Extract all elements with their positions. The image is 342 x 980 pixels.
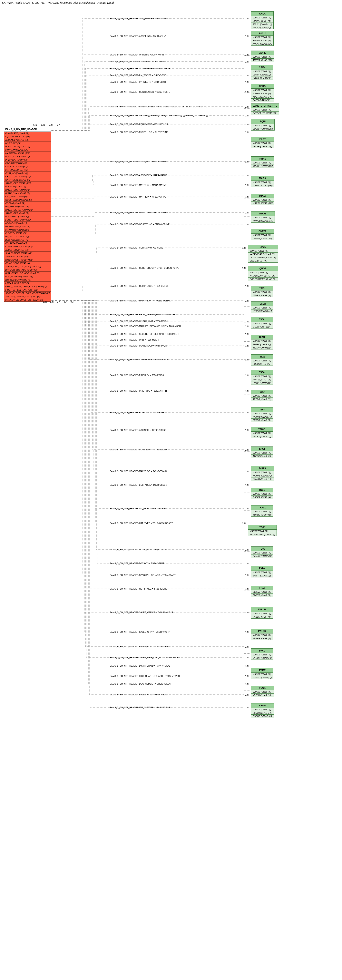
ref-entity-name: EQUI (251, 119, 275, 124)
relation-label: EAMS_S_BO_NTF_HEADER-CUST_NO = KNA1-KUNN… (110, 160, 166, 163)
relation-label: EAMS_S_BO_NTF_HEADER-NOTIFTMEZ = TTZZ-TZ… (110, 588, 167, 590)
ref-entity-field: MANDT [CLNT (3)] (251, 198, 274, 202)
ref-entity-table: MPLAMANDT [CLNT (3)]WARPL [CHAR (12)] (251, 194, 274, 205)
relation-label: EAMS_S_BO_NTF_HEADER-COSTCENTER = CSKS-K… (110, 91, 170, 93)
ref-entity-name: T006 (251, 317, 273, 322)
cardinality-label: 0..N (245, 175, 248, 177)
ref-entity-field: ABCKZ [CHAR (1)] (251, 435, 273, 438)
cardinality-label: 0..N (245, 563, 248, 565)
ref-entity-table: CRIDMANDT [CLNT (3)]OBJTY [CHAR (2)]OBJI… (251, 65, 273, 80)
ref-entity-field: MANDT [CLNT (3)] (251, 571, 273, 574)
ref-entity-field: GSBER [CHAR (4)] (251, 496, 273, 499)
ref-entity-name: TVTW (251, 668, 274, 673)
cardinality-label: 0..N (245, 588, 248, 590)
ref-entity-field: IWERK [CHAR (4)] (251, 455, 273, 458)
ref-entity-field: VBELN [CHAR (10)] (251, 711, 274, 714)
ref-entity-table: MPOSMANDT [CLNT (3)]WAPOS [CHAR (16)] (251, 211, 275, 223)
ref-entity-table: T370CMANDT [CLNT (3)]ABCKZ [CHAR (1)] (251, 427, 273, 438)
ref-entity-table: T024IMANDT [CLNT (3)]IWERK [CHAR (4)]ING… (251, 335, 273, 350)
ref-entity-table: VBUKMANDT [CLNT (3)]VBELN [CHAR (10)] (251, 686, 274, 697)
ref-entity-field: MANDT [CLNT (3)] (248, 249, 278, 253)
cardinality-label: 0..N (245, 18, 248, 20)
ref-entity-table: TSPAMANDT [CLNT (3)]SPART [CHAR (2)] (251, 566, 273, 578)
ref-entity-field: CODE [CHAR (4)] (248, 259, 278, 262)
ref-entity-field: CODEGRUPPE [CHAR (8)] (248, 256, 278, 259)
cardinality-label: 0..N (245, 285, 248, 287)
cardinality-label: 0..N (245, 683, 248, 685)
relation-label: EAMS_S_BO_NTF_HEADER-MATERIAL = MARA-MAT… (110, 184, 167, 186)
entity-field: FIRST_OFFSET_TYPE_CODE [CHAR (2)] (4, 285, 51, 288)
cardinality-label: 0..N (245, 374, 248, 377)
ref-entity-field: MANDT [CLNT (3)] (251, 673, 274, 676)
entity-field: SUB_NUMBER [CHAR (4)] (4, 252, 51, 255)
cardinality-label: 0..N (245, 549, 248, 551)
ref-entity-name: CSKS (251, 84, 274, 89)
entity-field: OBJECT_NO [CHAR (22)] (4, 175, 51, 178)
cardinality-label: 0..N (245, 124, 248, 126)
entity-field: DISTR_CHAN [CHAR (2)] (4, 192, 51, 195)
cardinality-label: 0..N (245, 665, 248, 667)
cardinality-label: 0..N (245, 631, 248, 633)
ref-entity-field: WERKS [CHAR (4)] (251, 310, 274, 313)
cardinality-label: 0..N (245, 675, 248, 678)
entity-field: PP_WKCTR [NUMC (8)] (4, 235, 51, 238)
ref-entity-field: BUKRS [CHAR (4)] (251, 19, 274, 23)
ref-entity-field: MANDT [CLNT (3)] (251, 653, 274, 656)
ref-entity-field: BEBER [CHAR (3)] (251, 418, 274, 422)
entity-field: PM_WKCTR [NUMC (8)] (4, 205, 51, 208)
cardinality-label: 0..N (245, 35, 248, 37)
ref-entity-name: T356 (251, 370, 273, 375)
entity-field: CODE_GROUP [CHAR (8)] (4, 198, 51, 202)
ref-entity-field: WAPOS [CHAR (16)] (251, 220, 275, 223)
cardinality-label: 0..N (57, 124, 60, 126)
relation-label: EAMS_S_BO_NTF_HEADER-MNTPLAN = MPLA-WARP… (110, 196, 166, 198)
ref-entity-field: VTWEG [CHAR (2)] (251, 676, 274, 679)
ref-entity-field: MANDT [CLNT (3)] (251, 216, 275, 220)
cardinality-label: 0..N (245, 706, 248, 709)
ref-entity-field: OBJTY [CHAR (2)] (251, 73, 273, 76)
relation-label: EAMS_S_BO_NTF_HEADER-MAINTITEM = MPOS-WA… (110, 211, 169, 214)
entity-field: CODING [CHAR (4)] (4, 202, 51, 205)
ref-entity-table: T399IMANDT [CLNT (3)]IWERK [CHAR (4)] (251, 447, 273, 458)
relation-label: EAMS_S_BO_NTF_HEADER-ASSET_NO = ANLH-ANL… (110, 35, 166, 37)
ref-entity-name: ONR00 (251, 229, 274, 234)
ref-entity-name: TVBUR (251, 608, 273, 612)
cardinality-label: 0..N (245, 508, 248, 510)
ref-entity-field: KATALOGART [CHAR (2)] (248, 533, 277, 536)
relation-label: EAMS_S_BO_NTF_HEADER-CATPROFILE = T352B-… (110, 358, 168, 361)
cardinality-label: 0..N (245, 161, 248, 163)
ref-entity-field: OFFSET_TC [CHAR (2)] (251, 111, 279, 115)
ref-entity-field: VBELN [CHAR (10)] (251, 694, 274, 697)
relation-label: EAMS_S_BO_NTF_HEADER-MAINTPLANT = T001W-… (110, 299, 171, 302)
ref-entity-field: MANDT [CLNT (3)] (251, 690, 274, 694)
ref-entity-field: RBNR [CHAR (9)] (251, 363, 273, 366)
entity-field: PRIORITY [CHAR (1)] (4, 162, 51, 165)
ref-entity-field: WERKS [CHAR (4)] (251, 415, 274, 418)
relation-label: EAMS_S_BO_NTF_HEADER-FIRST_OFFSET_TYPE_C… (110, 105, 207, 108)
ref-entity-name: ANLA (251, 11, 274, 16)
relation-label: EAMS_S_BO_NTF_HEADER-DOC_NUMBER = VBUK-V… (110, 682, 170, 685)
relation-label: EAMS_S_BO_NTF_HEADER-SECOND_OFFSET_UNIT … (110, 333, 179, 335)
relation-label: EAMS_S_BO_NTF_HEADER-ABCINDIC = T370C-AB… (110, 429, 166, 431)
relation-label: EAMS_S_BO_NTF_HEADER-PLSECTN = T357-BEBE… (110, 411, 164, 414)
cardinality-label: 0..N (245, 91, 248, 93)
ref-entity-field: DATBI [DATS (8)] (251, 99, 274, 102)
cardinality-label: 0..N (245, 694, 248, 696)
ref-entity-field: PRIOK [CHAR (1)] (251, 382, 273, 385)
ref-entity-name: CRID (251, 65, 273, 70)
ref-entity-table: TGSBMANDT [CLNT (3)]GSBER [CHAR (4)] (251, 488, 273, 499)
ref-entity-field: CLIENT [CLNT (3)] (251, 590, 273, 594)
ref-entity-table: KNA1MANDT [CLNT (3)]KUNNR [CHAR (10)] (251, 156, 274, 168)
relation-label: EAMS_S_BO_NTF_HEADER-CAT_TYPE = TQ15-KAT… (110, 522, 173, 524)
ref-entity-table: TTZZCLIENT [CLNT (3)]TZONE [CHAR (6)] (251, 585, 273, 597)
cardinality-label: 0..N (245, 300, 248, 302)
ref-entity-field: WARPL [CHAR (12)] (251, 202, 274, 205)
relation-label: EAMS_S_BO_NTF_HEADER-SECOND_OFFSET_TYPE_… (110, 114, 210, 117)
ref-entity-name: TTZZ (251, 586, 273, 590)
ref-entity-field: MANDT [CLNT (3)] (251, 234, 274, 237)
cardinality-label: 0..N (245, 657, 248, 659)
ref-entity-name: KNA1 (251, 157, 274, 161)
ref-entity-field: MANDT [CLNT (3)] (251, 510, 273, 513)
ref-entity-field: MANDT [CLNT (3)] (251, 339, 273, 343)
relation-label: EAMS_S_BO_NTF_HEADER-PRIOTYPE = T356A-AR… (110, 390, 167, 392)
